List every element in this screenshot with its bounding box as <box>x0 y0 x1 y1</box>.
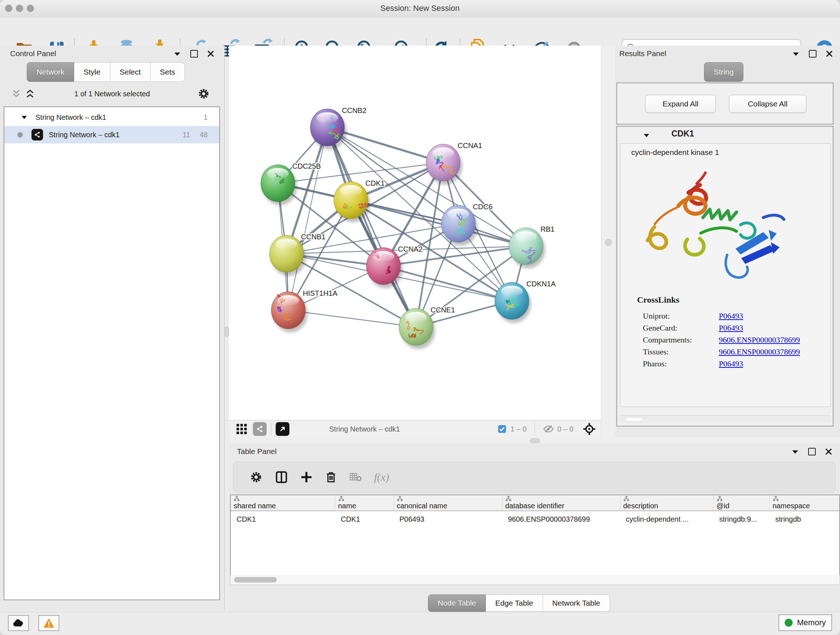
edge-CCNB2-HIST1H1A[interactable] <box>288 127 327 310</box>
table-cell[interactable]: stringdb:9... <box>714 511 769 527</box>
collapse-all-button[interactable]: Collapse All <box>729 95 806 113</box>
node-CDC25B[interactable] <box>261 165 297 205</box>
tab-sets[interactable]: Sets <box>150 62 185 82</box>
expand-all-button[interactable]: Expand All <box>645 95 716 113</box>
column-header-description[interactable]: description <box>620 495 714 511</box>
column-header-namespace[interactable]: namespace <box>769 495 840 511</box>
network-options-gear-icon[interactable] <box>197 88 210 100</box>
column-type-icon <box>773 496 779 502</box>
edge-CCNB2-CCNE1[interactable] <box>327 127 416 327</box>
tab-node-table[interactable]: Node Table <box>428 594 486 612</box>
tab-select[interactable]: Select <box>111 62 150 82</box>
hidden-eye-icon[interactable] <box>543 424 554 434</box>
crosslink-value-link[interactable]: P06493 <box>719 311 743 321</box>
panel-close-icon[interactable] <box>825 448 832 455</box>
delete-column-icon[interactable] <box>325 471 337 483</box>
table-cell[interactable]: 9606.ENSP00000378699 <box>502 511 620 527</box>
node-RB1[interactable] <box>509 228 545 268</box>
column-header-shared-name[interactable]: shared name <box>231 495 335 511</box>
table-cell[interactable]: stringdb <box>769 511 840 527</box>
network-collection-row[interactable]: String Network – cdk1 1 <box>4 109 219 126</box>
application-window: Session: New Session <box>0 0 840 635</box>
control-panel-title: Control Panel <box>10 49 56 58</box>
edge-count: 48 <box>200 131 208 139</box>
tree-expand-icon[interactable] <box>21 115 27 120</box>
gene-collapse-icon[interactable] <box>643 133 650 138</box>
column-header--id[interactable]: @id <box>714 495 769 511</box>
tab-edge-table[interactable]: Edge Table <box>486 594 543 612</box>
crosslink-row: GeneCard:P06493 <box>643 323 824 333</box>
panel-menu-icon[interactable] <box>791 449 799 454</box>
clear-table-icon[interactable] <box>349 472 362 483</box>
right-splitter-handle[interactable] <box>605 239 612 246</box>
column-type-icon <box>717 496 723 502</box>
column-header-label: database identifier <box>505 502 564 510</box>
crosslink-row: Uniprot:P06493 <box>643 311 824 321</box>
panel-close-icon[interactable] <box>826 50 833 57</box>
edge-HIST1H1A-CCNE1[interactable] <box>288 310 416 327</box>
birdseye-toggle-button[interactable] <box>235 423 248 435</box>
node-CCNA2[interactable] <box>366 248 403 288</box>
network-status-dot <box>17 132 23 138</box>
node-CCNB2[interactable] <box>310 109 347 149</box>
selected-checkbox-icon[interactable] <box>497 424 507 434</box>
column-header-canonical-name[interactable]: canonical name <box>393 495 502 511</box>
horizontal-splitter-handle[interactable] <box>530 439 540 443</box>
control-panel: Control Panel Network Style Select Sets … <box>0 46 225 610</box>
table-cell[interactable]: cyclin-dependent ... <box>620 511 714 527</box>
node-HIST1H1A[interactable] <box>271 292 308 333</box>
crosslink-value-link[interactable]: P06493 <box>719 359 743 369</box>
add-column-icon[interactable] <box>300 471 313 483</box>
table-hscrollbar[interactable] <box>230 575 840 585</box>
tab-network-table[interactable]: Network Table <box>543 594 610 612</box>
panel-close-icon[interactable] <box>207 50 214 57</box>
node-label-RB1: RB1 <box>540 225 554 233</box>
table-options-gear-icon[interactable] <box>249 470 263 484</box>
table-hscroll-thumb[interactable] <box>234 577 277 583</box>
export-view-button[interactable] <box>276 422 289 436</box>
node-CDK1[interactable] <box>334 182 370 222</box>
share-view-button[interactable] <box>253 422 267 436</box>
crosslink-label: Pharos: <box>643 359 719 369</box>
tab-network[interactable]: Network <box>27 62 74 82</box>
table-cell[interactable]: CDK1 <box>335 511 393 527</box>
warnings-button[interactable] <box>38 615 59 631</box>
column-header-name[interactable]: name <box>335 495 393 511</box>
left-splitter-handle[interactable] <box>224 326 229 337</box>
string-network-icon <box>32 129 43 141</box>
node-CCNE1[interactable] <box>399 309 435 349</box>
table-row[interactable]: CDK1CDK1P064939606.ENSP00000378699cyclin… <box>231 511 840 527</box>
function-builder-button[interactable]: f(x) <box>374 471 389 483</box>
crosslink-value-link[interactable]: 9606.ENSP00000378699 <box>719 347 800 356</box>
node-label-CCNA1: CCNA1 <box>458 141 482 149</box>
table-cell[interactable]: CDK1 <box>231 511 335 527</box>
node-CCNA1[interactable] <box>426 144 462 185</box>
memory-button[interactable]: Memory <box>778 614 832 631</box>
panel-float-icon[interactable] <box>809 50 816 57</box>
results-hscrollbar[interactable] <box>620 415 831 423</box>
column-header-label: shared name <box>234 502 276 510</box>
network-row-selected[interactable]: String Network – cdk1 11 48 <box>4 126 219 143</box>
column-header-database-identifier[interactable]: database identifier <box>502 495 620 511</box>
fit-selected-crosshair-icon[interactable] <box>583 423 596 435</box>
table-cell[interactable]: P06493 <box>393 511 502 527</box>
selected-counts: 1 – 0 <box>510 425 526 433</box>
panel-float-icon[interactable] <box>808 448 816 455</box>
crosslink-label: Uniprot: <box>643 311 719 321</box>
crosslink-value-link[interactable]: 9606.ENSP00000378699 <box>719 335 800 345</box>
network-canvas[interactable]: CCNB2CCNA1CDC25BCDK1CDC6RB1CCNB1CCNA2CDK… <box>229 46 601 420</box>
panel-menu-icon[interactable] <box>792 51 799 57</box>
node-count: 11 <box>183 131 190 139</box>
panel-menu-icon[interactable] <box>174 51 181 57</box>
node-CDKN1A[interactable] <box>495 282 531 323</box>
window-title: Session: New Session <box>0 4 840 13</box>
crosslink-label: Tissues: <box>643 347 719 356</box>
cloud-status-button[interactable] <box>8 615 29 631</box>
tab-string[interactable]: String <box>704 62 744 82</box>
panel-float-icon[interactable] <box>190 50 198 57</box>
crosslink-value-link[interactable]: P06493 <box>719 323 743 333</box>
show-columns-icon[interactable] <box>275 470 288 484</box>
tab-style[interactable]: Style <box>74 62 111 82</box>
node-label-CDC25B: CDC25B <box>292 162 321 170</box>
node-label-CCNA2: CCNA2 <box>398 245 423 253</box>
